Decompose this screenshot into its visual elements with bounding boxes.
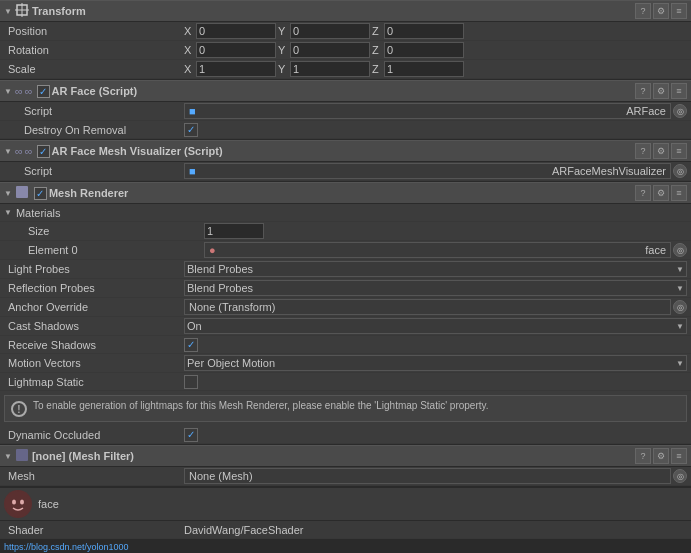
rotation-y-label: Y: [278, 44, 288, 56]
size-input[interactable]: [204, 223, 264, 239]
transform-title: Transform: [32, 5, 635, 17]
transform-menu-btn[interactable]: ≡: [671, 3, 687, 19]
rotation-x-input[interactable]: [196, 42, 276, 58]
position-y-label: Y: [278, 25, 288, 37]
element0-field[interactable]: ● face: [204, 242, 671, 258]
ar-face-destroy-checkbox[interactable]: [184, 123, 198, 137]
shader-label: Shader: [4, 524, 184, 536]
transform-help-btn[interactable]: ?: [635, 3, 651, 19]
mesh-renderer-gear-btn[interactable]: ⚙: [653, 185, 669, 201]
ar-face-mesh-toggle[interactable]: [37, 145, 50, 158]
materials-triangle: ▼: [4, 208, 12, 217]
ar-face-gear-btn[interactable]: ⚙: [653, 83, 669, 99]
mesh-filter-title: [none] (Mesh Filter): [32, 450, 635, 462]
light-probes-dropdown[interactable]: Blend Probes ▼: [184, 261, 687, 277]
svg-point-5: [5, 491, 31, 517]
ar-face-mesh-script-field[interactable]: ■ ARFaceMeshVisualizer: [184, 163, 671, 179]
ar-face-mesh-help-btn[interactable]: ?: [635, 143, 651, 159]
face-material-section: face Shader DavidWang/FaceShader: [0, 487, 691, 539]
dynamic-occluded-value: [184, 428, 687, 442]
position-xyz: X Y Z: [184, 23, 687, 39]
svg-rect-4: [16, 449, 28, 461]
rotation-z-item: Z: [372, 42, 464, 58]
mesh-filter-menu-btn[interactable]: ≡: [671, 448, 687, 464]
element0-value: ● face ◎: [204, 242, 687, 258]
mesh-renderer-expand-icon: ▼: [4, 189, 12, 198]
reflection-probes-dropdown[interactable]: Blend Probes ▼: [184, 280, 687, 296]
anchor-override-label: Anchor Override: [4, 301, 184, 313]
mesh-renderer-header[interactable]: ▼ Mesh Renderer ? ⚙ ≡: [0, 182, 691, 204]
rotation-y-input[interactable]: [290, 42, 370, 58]
rotation-z-input[interactable]: [384, 42, 464, 58]
anchor-override-field[interactable]: None (Transform): [184, 299, 671, 315]
scale-y-input[interactable]: [290, 61, 370, 77]
transform-header[interactable]: ▼ Transform ? ⚙ ≡: [0, 0, 691, 22]
ar-face-mesh-header[interactable]: ▼ ∞ ∞ AR Face Mesh Visualizer (Script) ?…: [0, 140, 691, 162]
mesh-filter-help-btn[interactable]: ?: [635, 448, 651, 464]
scale-y-label: Y: [278, 63, 288, 75]
mesh-filter-mesh-label: Mesh: [4, 470, 184, 482]
position-value: X Y Z: [184, 23, 687, 39]
ar-face-script-field[interactable]: ■ ARFace: [184, 103, 671, 119]
mesh-renderer-toggle[interactable]: [34, 187, 47, 200]
scale-z-input[interactable]: [384, 61, 464, 77]
ar-face-toggle[interactable]: [37, 85, 50, 98]
lightmap-static-row: Lightmap Static: [0, 373, 691, 391]
ar-face-script-name: ARFace: [626, 105, 666, 117]
lightmap-static-checkbox[interactable]: [184, 375, 198, 389]
mesh-filter-icon: [15, 448, 29, 464]
mesh-filter-header[interactable]: ▼ [none] (Mesh Filter) ? ⚙ ≡: [0, 445, 691, 467]
position-x-item: X: [184, 23, 276, 39]
mesh-filter-panel-icons: ? ⚙ ≡: [635, 448, 687, 464]
motion-vectors-dropdown[interactable]: Per Object Motion ▼: [184, 355, 687, 371]
transform-expand-icon: ▼: [4, 7, 12, 16]
receive-shadows-checkbox[interactable]: [184, 338, 198, 352]
ar-face-mesh-menu-btn[interactable]: ≡: [671, 143, 687, 159]
mesh-filter-mesh-pick[interactable]: ◎: [673, 469, 687, 483]
shader-value: DavidWang/FaceShader: [184, 524, 687, 536]
ar-face-script-pick[interactable]: ◎: [673, 104, 687, 118]
ar-face-mesh-expand-icon: ▼: [4, 147, 12, 156]
receive-shadows-label: Receive Shadows: [4, 339, 184, 351]
footer-bar: https://blog.csdn.net/yolon1000: [0, 539, 691, 553]
ar-face-script-icon: ■: [189, 105, 196, 117]
anchor-override-pick[interactable]: ◎: [673, 300, 687, 314]
mesh-filter-mesh-row: Mesh None (Mesh) ◎: [0, 467, 691, 486]
motion-vectors-arrow: ▼: [676, 359, 684, 368]
ar-face-destroy-value: [184, 123, 687, 137]
materials-header[interactable]: ▼ Materials: [0, 204, 691, 222]
ar-face-header[interactable]: ▼ ∞ ∞ AR Face (Script) ? ⚙ ≡: [0, 80, 691, 102]
element0-row: Element 0 ● face ◎: [0, 241, 691, 260]
position-y-input[interactable]: [290, 23, 370, 39]
face-name-text: face: [38, 498, 59, 510]
reflection-probes-label: Reflection Probes: [4, 282, 184, 294]
mesh-filter-gear-btn[interactable]: ⚙: [653, 448, 669, 464]
face-material-name: face: [38, 498, 687, 510]
mesh-filter-mesh-field[interactable]: None (Mesh): [184, 468, 671, 484]
transform-gear-btn[interactable]: ⚙: [653, 3, 669, 19]
ar-face-mesh-script-value: ■ ARFaceMeshVisualizer ◎: [184, 163, 687, 179]
ar-face-script-value: ■ ARFace ◎: [184, 103, 687, 119]
reflection-probes-arrow: ▼: [676, 284, 684, 293]
position-z-item: Z: [372, 23, 464, 39]
ar-face-mesh-gear-btn[interactable]: ⚙: [653, 143, 669, 159]
mesh-renderer-icon: [15, 185, 29, 201]
scale-x-item: X: [184, 61, 276, 77]
dynamic-occluded-checkbox[interactable]: [184, 428, 198, 442]
mesh-renderer-help-btn[interactable]: ?: [635, 185, 651, 201]
ar-face-script-label: Script: [4, 105, 184, 117]
position-x-input[interactable]: [196, 23, 276, 39]
cast-shadows-dropdown[interactable]: On ▼: [184, 318, 687, 334]
ar-face-help-btn[interactable]: ?: [635, 83, 651, 99]
ar-face-title: AR Face (Script): [52, 85, 635, 97]
receive-shadows-row: Receive Shadows: [0, 336, 691, 354]
element0-pick[interactable]: ◎: [673, 243, 687, 257]
scale-xyz: X Y Z: [184, 61, 687, 77]
ar-face-mesh-script-pick[interactable]: ◎: [673, 164, 687, 178]
element0-name: face: [645, 244, 666, 256]
cast-shadows-val: On: [187, 320, 202, 332]
position-z-input[interactable]: [384, 23, 464, 39]
ar-face-menu-btn[interactable]: ≡: [671, 83, 687, 99]
scale-x-input[interactable]: [196, 61, 276, 77]
mesh-renderer-menu-btn[interactable]: ≡: [671, 185, 687, 201]
